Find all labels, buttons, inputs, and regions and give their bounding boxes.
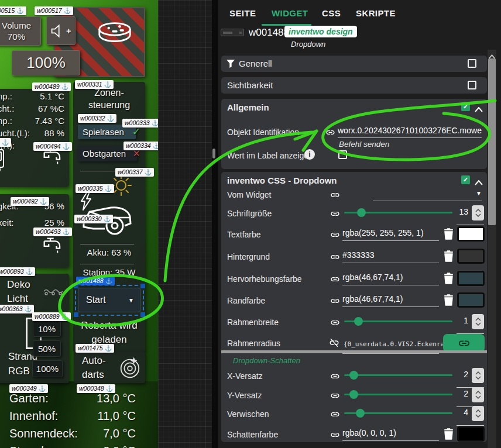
anchor-tag[interactable]: w000330⚓ — [74, 215, 113, 223]
anchor-tag[interactable]: w000332⚓ — [78, 114, 116, 123]
schattenfarbe-swatch[interactable] — [457, 426, 485, 442]
anchor-tag[interactable]: w000337⚓ — [115, 168, 154, 177]
verwischen-stepper[interactable] — [472, 406, 484, 421]
check-icon: ✓ — [132, 126, 140, 138]
unlink-icon[interactable] — [329, 337, 339, 347]
sichtbarkeit-checkbox[interactable] — [468, 81, 476, 89]
link-icon[interactable] — [330, 274, 340, 284]
randfarbe-input[interactable]: rgba(46,67,74,1) — [342, 294, 439, 304]
panel-scrollbar-track[interactable] — [488, 50, 496, 448]
hervorhebung-swatch[interactable] — [457, 271, 485, 286]
css-enabled-checkbox[interactable]: ✓ — [461, 175, 470, 184]
schriftgroesse-stepper[interactable] — [472, 205, 484, 220]
y-versatz-slider[interactable] — [344, 390, 452, 398]
textfarbe-input[interactable]: rgba(255, 255, 255, 1) — [342, 228, 439, 237]
autodarts-widget[interactable]: Auto- darts — [74, 351, 145, 383]
editor-canvas[interactable] — [158, 0, 212, 448]
anchor-icon: ⚓ — [105, 277, 112, 285]
link-icon[interactable] — [330, 318, 340, 328]
vom-widget-select[interactable]: ▼ — [373, 188, 482, 200]
strand-50-button[interactable]: 50% — [33, 340, 61, 357]
link-icon[interactable] — [330, 296, 340, 306]
link-icon[interactable] — [330, 391, 340, 401]
link-icon[interactable] — [325, 127, 335, 137]
canvas-scrollbar-track[interactable] — [212, 0, 218, 448]
anchor-tag[interactable]: w000893⚓ — [0, 267, 35, 276]
hervorhebung-input[interactable]: rgba(46,67,74,1) — [342, 273, 439, 282]
link-icon[interactable] — [330, 409, 340, 419]
canvas-scrollbar-thumb[interactable] — [212, 149, 215, 158]
info-icon[interactable]: i — [304, 149, 315, 160]
schriftgroesse-slider[interactable] — [344, 208, 452, 216]
valve-device-icon[interactable] — [0, 149, 6, 175]
anchor-tag[interactable]: w000889⚓ — [32, 312, 71, 321]
link-icon[interactable] — [330, 430, 340, 440]
collapse-chevron-icon[interactable] — [475, 177, 483, 188]
anchor-tag[interactable]: w000494⚓ — [33, 142, 72, 151]
trash-icon[interactable] — [444, 273, 454, 284]
strand-100-button[interactable]: 100% — [32, 360, 63, 377]
anchor-tag[interactable]: w000363⚓ — [0, 305, 34, 313]
x-versatz-slider[interactable] — [344, 371, 452, 379]
mower-command-dropdown[interactable]: Start ▼ — [78, 288, 140, 312]
tab-skripte[interactable]: SKRIPTE — [356, 8, 396, 18]
tab-seite[interactable]: SEITE — [229, 8, 256, 18]
anchor-tag[interactable]: w000333⚓ — [122, 119, 158, 127]
hintergrund-swatch[interactable] — [457, 249, 485, 264]
rahmenbreite-slider[interactable] — [344, 317, 452, 325]
section-generell[interactable]: Generell — [221, 56, 487, 72]
anchor-tag[interactable]: w000489⚓ — [32, 82, 71, 91]
generell-checkbox[interactable] — [468, 59, 476, 68]
strand-10-button[interactable]: 10% — [33, 321, 61, 337]
speaker-button[interactable]: + — [46, 16, 76, 45]
link-icon[interactable] — [330, 252, 340, 262]
anchor-icon: ⚓ — [61, 82, 68, 91]
oid-input[interactable]: worx.0.202430267101003276EC.mowe — [338, 126, 482, 135]
rahmenbreite-stepper[interactable] — [472, 314, 484, 329]
collapse-chevron-icon[interactable] — [475, 104, 483, 115]
faucet-icon[interactable] — [41, 236, 61, 257]
hintergrund-input[interactable]: #333333 — [342, 250, 439, 260]
verwischen-slider[interactable] — [344, 409, 452, 417]
volume-button[interactable]: Volume 70% — [0, 16, 41, 46]
selection-handle[interactable] — [74, 312, 78, 317]
dart-target-icon — [117, 355, 142, 382]
level-button[interactable]: 100% — [12, 50, 80, 75]
anchor-tag-selected[interactable]: w001488⚓ — [76, 277, 115, 285]
anchor-tag[interactable]: w000492⚓ — [11, 197, 49, 206]
tab-widget[interactable]: WIDGET — [272, 8, 308, 18]
link-icon[interactable] — [330, 371, 340, 381]
textfarbe-swatch[interactable] — [457, 226, 485, 242]
anchor-tag[interactable]: w000334⚓ — [123, 142, 158, 150]
trash-icon[interactable] — [444, 250, 454, 262]
selection-handle[interactable] — [140, 284, 145, 288]
anchor-tag[interactable]: w001475⚓ — [76, 344, 114, 353]
trash-icon[interactable] — [444, 228, 454, 240]
trash-icon[interactable] — [444, 294, 454, 306]
anchor-tag[interactable]: w000335⚓ — [76, 184, 114, 193]
anchor-tag[interactable]: 96⚓ — [0, 138, 11, 147]
section-sichtbarkeit[interactable]: Sichtbarkeit — [221, 77, 487, 94]
randfarbe-swatch[interactable] — [457, 292, 485, 308]
link-icon[interactable] — [330, 209, 340, 219]
bind-button[interactable] — [443, 334, 485, 352]
anchor-tag[interactable]: w000331⚓ — [75, 80, 114, 89]
x-versatz-stepper[interactable] — [472, 368, 484, 383]
allgemein-enabled-checkbox[interactable]: ✓ — [461, 102, 470, 111]
schattenfarbe-input[interactable]: rgba(0, 0, 0, 1) — [342, 428, 439, 437]
link-icon[interactable] — [330, 230, 340, 240]
selection-handle[interactable] — [140, 312, 145, 317]
anchor-tag[interactable]: w000493⚓ — [33, 228, 72, 236]
tab-css[interactable]: CSS — [322, 8, 341, 18]
anchor-tag[interactable]: w000349⚓ — [9, 384, 48, 393]
panel-scrollbar-thumb[interactable] — [488, 58, 496, 225]
battery-status: Akku: 63 % — [73, 247, 145, 257]
trash-icon[interactable] — [444, 428, 454, 440]
anchor-tag[interactable]: 000515⚓ — [0, 6, 26, 15]
y-versatz-stepper[interactable] — [472, 387, 484, 402]
link-icon[interactable] — [330, 190, 340, 200]
anchor-tag[interactable]: w000348⚓ — [77, 384, 115, 393]
mower-status-text: Roberta wirdgeladen — [73, 319, 145, 347]
anchor-tag[interactable]: w000517⚓ — [35, 6, 73, 15]
wert-im-label-checkbox[interactable] — [338, 150, 347, 159]
